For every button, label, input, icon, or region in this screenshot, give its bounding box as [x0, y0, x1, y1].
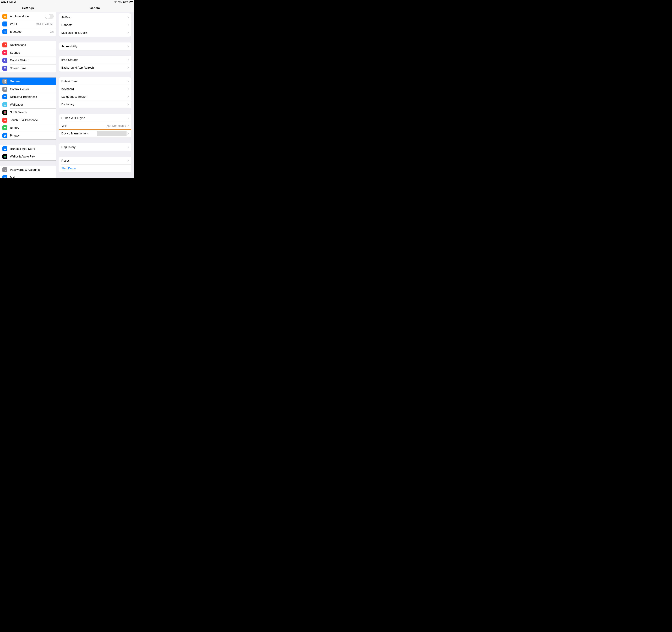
svg-point-8 [5, 103, 5, 104]
chevron-right-icon [127, 67, 129, 69]
detail-row-bgrefresh[interactable]: Background App Refresh [59, 64, 131, 72]
sidebar-item-screentime[interactable]: Screen Time [0, 64, 56, 72]
detail-row-label: Date & Time [62, 80, 127, 83]
detail-row-label: Background App Refresh [62, 66, 127, 70]
detail-row-multitasking[interactable]: Multitasking & Dock [59, 29, 131, 37]
gear-icon [2, 79, 7, 84]
chevron-right-icon [127, 132, 129, 135]
svg-point-15 [5, 105, 6, 105]
sidebar-item-privacy[interactable]: Privacy [0, 132, 56, 140]
sidebar-item-controlcenter[interactable]: Control Center [0, 85, 56, 93]
svg-rect-4 [4, 90, 6, 90]
svg-rect-3 [4, 88, 6, 89]
sidebar-item-general[interactable]: General [0, 77, 56, 85]
settings-sidebar[interactable]: Airplane ModeWi-FiMSFTGUESTBluetoothOnNo… [0, 13, 56, 178]
detail-row-language[interactable]: Language & Region [59, 93, 131, 101]
general-detail-pane[interactable]: AirDropHandoffMultitasking & DockAccessi… [56, 13, 134, 178]
body-split: Airplane ModeWi-FiMSFTGUESTBluetoothOnNo… [0, 13, 134, 178]
detail-row-label: Handoff [62, 23, 127, 27]
chevron-right-icon [127, 88, 129, 90]
sidebar-item-battery[interactable]: Battery [0, 124, 56, 132]
detail-row-storage[interactable]: iPad Storage [59, 56, 131, 64]
sidebar-item-appstore[interactable]: iTunes & App Store [0, 145, 56, 153]
mail-icon [2, 175, 7, 178]
svg-point-2 [5, 44, 6, 45]
airplane-icon [2, 14, 7, 19]
sidebar-item-label: Notifications [10, 43, 54, 47]
sidebar-item-wallpaper[interactable]: Wallpaper [0, 101, 56, 108]
detail-row-label: iTunes Wi-Fi Sync [62, 116, 127, 120]
sidebar-item-wallet[interactable]: Wallet & Apple Pay [0, 153, 56, 161]
sidebar-item-passwords[interactable]: Passwords & Accounts [0, 166, 56, 174]
airplane-toggle[interactable] [45, 14, 54, 19]
detail-group: Regulatory [59, 143, 131, 151]
chevron-right-icon [127, 146, 129, 148]
chevron-right-icon [127, 32, 129, 34]
sidebar-item-label: Wallpaper [10, 103, 54, 106]
detail-row-label: Accessibility [62, 45, 127, 48]
detail-row-regulatory[interactable]: Regulatory [59, 143, 131, 151]
appstore-icon [2, 146, 7, 151]
svg-point-5 [4, 88, 4, 89]
svg-point-14 [4, 105, 4, 105]
speaker-icon [2, 50, 7, 55]
status-time: 11:19 [1, 1, 6, 3]
bell-icon [2, 43, 7, 47]
wifi-icon [2, 22, 7, 26]
sidebar-group: iTunes & App StoreWallet & Apple Pay [0, 145, 56, 161]
chevron-right-icon [127, 103, 129, 105]
sidebar-item-bluetooth[interactable]: BluetoothOn [0, 28, 56, 35]
sidebar-item-sounds[interactable]: Sounds [0, 49, 56, 56]
sidebar-item-label: General [10, 80, 54, 83]
sidebar-item-wifi[interactable]: Wi-FiMSFTGUEST [0, 20, 56, 28]
wallet-icon [2, 154, 7, 159]
detail-group: ResetShut Down [59, 157, 131, 172]
detail-row-handoff[interactable]: Handoff [59, 21, 131, 29]
svg-point-7 [4, 104, 5, 105]
detail-row-datetime[interactable]: Date & Time [59, 77, 131, 85]
detail-row-label: Shut Down [62, 167, 129, 170]
detail-row-vpn[interactable]: VPNNot Connected [59, 122, 131, 130]
svg-rect-21 [4, 156, 6, 157]
detail-row-keyboard[interactable]: Keyboard [59, 85, 131, 93]
wifi-icon [115, 1, 117, 3]
detail-row-itunessync[interactable]: iTunes Wi-Fi Sync [59, 114, 131, 122]
status-bar: 11:19 Fri Jan 25 100% [0, 0, 134, 4]
detail-row-accessibility[interactable]: Accessibility [59, 43, 131, 50]
detail-row-label: Dictionary [62, 103, 127, 106]
sidebar-item-label: Do Not Disturb [10, 59, 54, 62]
detail-row-airdrop[interactable]: AirDrop [59, 14, 131, 21]
svg-rect-20 [4, 156, 6, 156]
sidebar-item-label: Battery [10, 126, 54, 130]
chevron-right-icon [127, 160, 129, 162]
svg-rect-1 [118, 2, 119, 2]
sidebar-item-siri[interactable]: Siri & Search [0, 108, 56, 116]
detail-row-value: Not Connected [107, 124, 126, 127]
detail-row-devicemgmt[interactable]: Device Management [59, 130, 131, 137]
header-bar: Settings General [0, 4, 134, 13]
sidebar-item-display[interactable]: AADisplay & Brightness [0, 93, 56, 101]
detail-row-reset[interactable]: Reset [59, 157, 131, 165]
detail-title: General [56, 4, 134, 12]
sidebar-item-label: iTunes & App Store [10, 147, 54, 151]
toggles-icon [2, 87, 7, 92]
sidebar-item-label: Wi-Fi [10, 22, 34, 26]
battery-icon [129, 1, 133, 3]
sidebar-item-touchid[interactable]: Touch ID & Passcode [0, 116, 56, 124]
flower-icon [2, 102, 7, 107]
detail-row-dictionary[interactable]: Dictionary [59, 101, 131, 108]
sidebar-item-mail[interactable]: Mail [0, 174, 56, 178]
sidebar-title: Settings [0, 4, 56, 12]
svg-point-12 [4, 104, 4, 104]
sidebar-item-detail: MSFTGUEST [35, 22, 54, 26]
hourglass-icon [2, 66, 7, 71]
chevron-right-icon [127, 117, 129, 119]
sidebar-item-notifications[interactable]: Notifications [0, 41, 56, 49]
sidebar-item-label: Sounds [10, 51, 54, 54]
sidebar-item-label: Privacy [10, 134, 54, 137]
detail-row-shutdown[interactable]: Shut Down [59, 165, 131, 172]
status-date: Fri Jan 25 [7, 1, 16, 3]
sidebar-item-dnd[interactable]: Do Not Disturb [0, 56, 56, 64]
sidebar-item-airplane[interactable]: Airplane Mode [0, 13, 56, 20]
sidebar-item-label: Touch ID & Passcode [10, 118, 54, 122]
